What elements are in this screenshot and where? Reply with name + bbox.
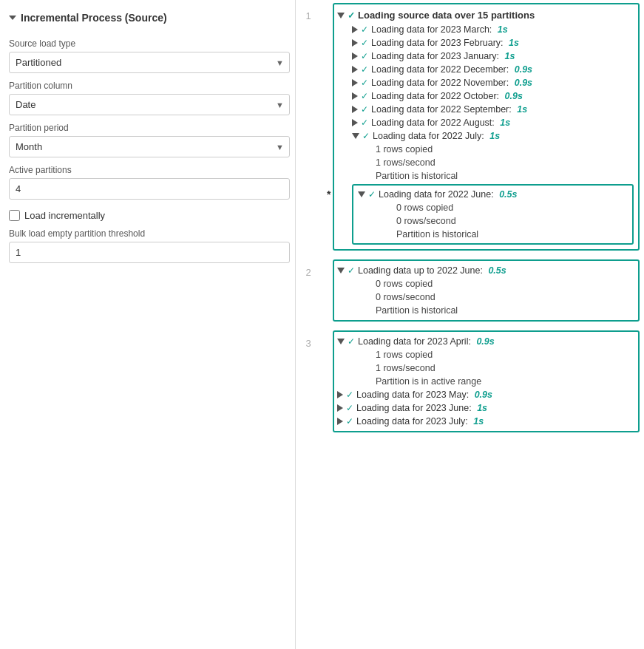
nov-check: ✓ — [361, 78, 368, 88]
jun22-subitem-1: 0 rows copied — [358, 201, 628, 214]
partition-period-select[interactable]: Month Week Day Year — [9, 136, 290, 157]
partition-period-label: Partition period — [9, 123, 286, 133]
upto-jun22-subitem-1: 0 rows copied — [337, 277, 634, 290]
panel-title-text: Incremental Process (Source) — [21, 12, 167, 24]
source-load-type-wrapper: Partitioned Full Incremental ▼ — [9, 52, 290, 73]
right-panel: 1 ✓ Loading source data over 15 partitio… — [296, 0, 644, 649]
jun22-subitem-3: Partition is historical — [358, 228, 628, 241]
aug-time: 1s — [500, 118, 510, 128]
section-2-main-tree: ✓ Loading data up to 2022 June: 0.5s 0 r… — [333, 259, 640, 322]
jan-check: ✓ — [361, 51, 368, 61]
jun22-label: Loading data for 2022 June: — [379, 189, 496, 200]
feb-expand-icon[interactable] — [352, 39, 358, 47]
root-check-icon: ✓ — [348, 10, 355, 21]
source-load-type-select[interactable]: Partitioned Full Incremental — [9, 52, 290, 73]
tree-item-march: ✓ Loading data for 2023 March: 1s — [337, 23, 634, 36]
aug-expand-icon[interactable] — [352, 119, 358, 126]
section-3-main-tree: ✓ Loading data for 2023 April: 0.9s 1 ro… — [333, 330, 640, 432]
tree-item-july: ✓ Loading data for 2022 July: 1s — [337, 129, 634, 143]
bulk-load-threshold-input[interactable]: 1 — [9, 242, 290, 263]
jul-time: 1s — [489, 131, 500, 141]
active-partitions-label: Active partitions — [9, 165, 286, 175]
section-1-main-tree: ✓ Loading source data over 15 partitions… — [333, 3, 640, 251]
aug-label: Loading data for 2022 August: — [371, 118, 497, 128]
jul-expand-icon[interactable] — [352, 133, 359, 139]
tree-item-august: ✓ Loading data for 2022 August: 1s — [337, 116, 634, 129]
sep-time: 1s — [517, 104, 527, 115]
dec-time: 0.9s — [515, 64, 532, 75]
tree-item-july23: ✓ Loading data for 2023 July: 1s — [337, 415, 634, 428]
apr23-expand-icon[interactable] — [337, 339, 345, 344]
partition-column-select[interactable]: Date DateTime ID — [9, 94, 290, 115]
apr23-subitem-2: 1 rows/second — [337, 361, 634, 375]
tree-item-september: ✓ Loading data for 2022 September: 1s — [337, 103, 634, 116]
partition-column-wrapper: Date DateTime ID ▼ — [9, 94, 290, 115]
jul-check: ✓ — [362, 131, 370, 141]
dec-expand-icon[interactable] — [352, 66, 358, 73]
march-time: 1s — [498, 24, 508, 35]
apr23-time: 0.9s — [476, 336, 494, 347]
tree-item-february: ✓ Loading data for 2023 February: 1s — [337, 36, 634, 50]
jul-subitem-3: Partition is historical — [337, 169, 634, 183]
section-3-wrapper: 3 ✓ Loading data for 2023 April: 0.9s 1 … — [300, 330, 640, 437]
nov-expand-icon[interactable] — [352, 79, 358, 86]
sep-label: Loading data for 2022 September: — [371, 104, 514, 115]
june-highlighted-wrapper: * ✓ Loading data for 2022 June: 0.5s 0 r… — [337, 184, 634, 245]
oct-label: Loading data for 2022 October: — [371, 91, 502, 101]
june-highlighted-box: ✓ Loading data for 2022 June: 0.5s 0 row… — [352, 184, 634, 245]
apr23-label: Loading data for 2023 April: — [358, 336, 473, 347]
nov-time: 0.9s — [515, 78, 532, 88]
tree-item-january: ✓ Loading data for 2023 January: 1s — [337, 50, 634, 63]
source-load-type-label: Source load type — [9, 38, 286, 49]
jan-expand-icon[interactable] — [352, 52, 358, 60]
partition-column-label: Partition column — [9, 81, 286, 91]
section-2-wrapper: 2 ✓ Loading data up to 2022 June: 0.5s 0… — [300, 259, 640, 326]
nov-label: Loading data for 2022 November: — [371, 78, 512, 88]
partition-period-wrapper: Month Week Day Year ▼ — [9, 136, 290, 157]
feb-check: ✓ — [361, 38, 368, 48]
load-incrementally-checkbox[interactable] — [9, 210, 20, 221]
bulk-load-threshold-label: Bulk load empty partition threshold — [9, 228, 286, 239]
jan-label: Loading data for 2023 January: — [371, 51, 502, 61]
upto-jun22-expand-icon[interactable] — [337, 268, 345, 273]
may23-time: 0.9s — [475, 390, 492, 400]
section-1-number: 1 — [300, 3, 316, 255]
jun22-time: 0.5s — [499, 189, 517, 200]
feb-time: 1s — [509, 38, 519, 48]
jul23-label: Loading data for 2023 July: — [356, 416, 470, 427]
section-2-number: 2 — [300, 259, 316, 326]
upto-jun22-label: Loading data up to 2022 June: — [358, 265, 485, 276]
tree-item-june22: ✓ Loading data for 2022 June: 0.5s — [358, 188, 628, 201]
jun23-check: ✓ — [346, 403, 353, 413]
apr23-check: ✓ — [348, 336, 355, 347]
left-panel: Incremental Process (Source) Source load… — [0, 0, 296, 649]
load-incrementally-row: Load incrementally — [9, 210, 286, 221]
march-expand-icon[interactable] — [352, 26, 358, 33]
oct-expand-icon[interactable] — [352, 92, 358, 100]
root-expand-icon[interactable] — [337, 13, 345, 18]
jul23-expand-icon[interactable] — [337, 418, 343, 425]
jul23-time: 1s — [473, 416, 484, 427]
active-partitions-input[interactable]: 4 — [9, 178, 290, 200]
jun23-time: 1s — [477, 403, 487, 413]
upto-jun22-subitem-3: Partition is historical — [337, 304, 634, 317]
jun23-expand-icon[interactable] — [337, 404, 343, 412]
jul23-check: ✓ — [346, 416, 353, 427]
apr23-subitem-3: Partition is in active range — [337, 375, 634, 388]
section-2-box-content: ✓ Loading data up to 2022 June: 0.5s 0 r… — [316, 259, 640, 326]
jul-subitem-2: 1 rows/second — [337, 156, 634, 169]
jun22-expand-icon[interactable] — [358, 191, 365, 197]
tree-item-april23: ✓ Loading data for 2023 April: 0.9s — [337, 335, 634, 348]
dec-label: Loading data for 2022 December: — [371, 64, 512, 75]
may23-expand-icon[interactable] — [337, 391, 343, 398]
section-3-box-content: ✓ Loading data for 2023 April: 0.9s 1 ro… — [316, 330, 640, 437]
section-1-wrapper: 1 ✓ Loading source data over 15 partitio… — [300, 3, 640, 255]
jun22-subitem-2: 0 rows/second — [358, 214, 628, 228]
star-marker: * — [327, 188, 331, 200]
sep-expand-icon[interactable] — [352, 106, 358, 113]
root-label: Loading source data over 15 partitions — [358, 10, 535, 21]
jul-label: Loading data for 2022 July: — [373, 131, 487, 141]
load-incrementally-label: Load incrementally — [24, 210, 105, 221]
collapse-icon[interactable] — [9, 16, 16, 20]
jan-time: 1s — [505, 51, 515, 61]
